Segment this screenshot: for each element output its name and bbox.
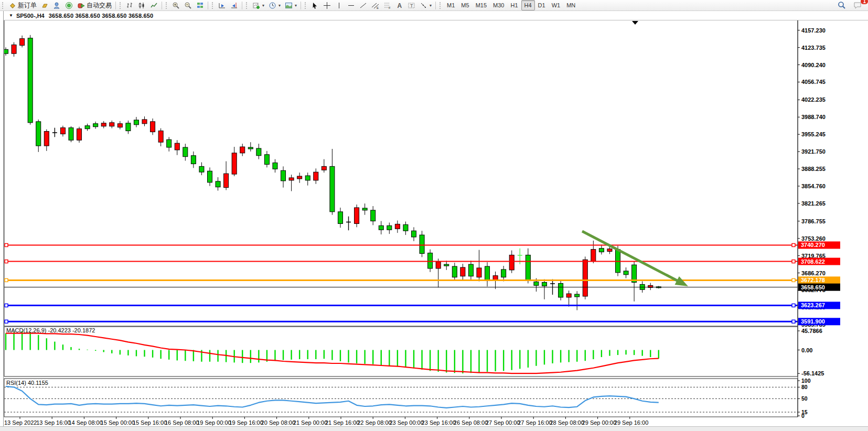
toolbar-grip — [305, 2, 307, 9]
timeframe-button-d1[interactable]: D1 — [535, 0, 549, 10]
time-label[interactable]: 13 Sep 16:00 — [36, 419, 70, 426]
zoom-in-button[interactable] — [170, 0, 182, 10]
collapse-ohlc-icon[interactable]: ▼ — [9, 13, 13, 18]
candle-body — [36, 122, 41, 146]
market-watch-icon-button[interactable] — [39, 0, 51, 10]
chevron-down-icon[interactable]: ▾ — [430, 3, 432, 8]
time-label[interactable]: 19 Sep 16:00 — [229, 419, 263, 426]
level-handle-right[interactable] — [792, 243, 795, 246]
line-chart-button[interactable] — [148, 0, 160, 10]
fibo-icon: F — [383, 2, 391, 9]
crosshair-button[interactable] — [321, 0, 333, 10]
timeframe-button-w1[interactable]: W1 — [549, 0, 564, 10]
candle-body — [575, 294, 580, 297]
level-handle-left[interactable] — [5, 243, 8, 246]
level-handle-right[interactable] — [792, 304, 795, 307]
rsi-tick-label: 80 — [801, 384, 808, 390]
time-label[interactable]: 26 Sep 08:00 — [454, 419, 488, 426]
time-label[interactable]: 15 Sep 00:00 — [101, 419, 135, 426]
timeframe-button-m5[interactable]: M5 — [458, 0, 472, 10]
chevron-down-icon[interactable]: ▾ — [295, 3, 297, 8]
level-handle-right[interactable] — [792, 278, 795, 282]
time-label[interactable]: 28 Sep 08:00 — [550, 419, 584, 426]
auto-scroll-button[interactable] — [216, 0, 228, 10]
trendline-button[interactable] — [357, 0, 369, 10]
tile-windows-button[interactable] — [194, 0, 206, 10]
signals-icon-button[interactable] — [63, 0, 75, 10]
chart-shift-button[interactable] — [228, 0, 240, 10]
timeframe-button-m15[interactable]: M15 — [473, 0, 490, 10]
label-button[interactable]: T — [405, 0, 417, 10]
chart-symbol-period: SP500-,H4 — [16, 13, 45, 19]
toolbar-separator — [162, 2, 162, 9]
price-label-3623.267: 3623.267 — [801, 302, 825, 308]
time-label[interactable]: 21 Sep 16:00 — [325, 419, 359, 426]
candle-body — [208, 171, 212, 182]
autotrade-button[interactable]: 自动交易 — [75, 0, 114, 10]
time-label[interactable]: 23 Sep 16:00 — [422, 419, 456, 426]
candle-body — [158, 131, 163, 143]
macd-tick-label: 0.00 — [801, 347, 812, 353]
time-label[interactable]: 15 Sep 16:00 — [133, 419, 167, 426]
candle-body — [403, 224, 408, 231]
search-button[interactable] — [835, 0, 848, 10]
level-handle-right[interactable] — [792, 260, 795, 263]
level-handle-left[interactable] — [5, 304, 8, 307]
rsi-tick-label: 50 — [801, 395, 808, 402]
time-label[interactable]: 20 Sep 08:00 — [261, 419, 295, 426]
price-tick-label: 3888.255 — [801, 166, 826, 172]
time-label[interactable]: 21 Sep 00:00 — [293, 419, 327, 426]
candle-body — [444, 264, 449, 266]
level-handle-right[interactable] — [792, 320, 795, 323]
vertical-line-button[interactable] — [333, 0, 345, 10]
autoscroll-icon — [218, 2, 226, 9]
bar-chart-button[interactable] — [124, 0, 136, 10]
time-label[interactable]: 14 Sep 08:00 — [68, 419, 102, 426]
main-toolbar: 新订单自动交易▾▾▾EFAT▾M1M5M15M30H1H4D1W1MN1 — [0, 0, 868, 11]
rsi-tick-label: 0 — [801, 413, 805, 419]
timeframe-button-h4[interactable]: H4 — [521, 0, 535, 10]
text-button[interactable]: A — [393, 0, 405, 10]
time-label[interactable]: 23 Sep 00:00 — [389, 419, 423, 426]
candle-body — [624, 271, 628, 275]
arrows-icon — [420, 2, 427, 9]
time-label[interactable]: 16 Sep 08:00 — [165, 419, 199, 426]
candle-body — [412, 231, 416, 237]
notifications-button[interactable]: 1 — [851, 0, 865, 10]
horizontal-line-button[interactable] — [345, 0, 357, 10]
toolbar-grip — [120, 2, 122, 9]
timeframe-button-m30[interactable]: M30 — [490, 0, 507, 10]
time-label[interactable]: 27 Sep 00:00 — [486, 419, 520, 426]
zoom-out-button[interactable] — [182, 0, 194, 10]
timeframe-button-mn[interactable]: MN — [563, 0, 578, 10]
time-label[interactable]: 13 Sep 2022 — [4, 419, 37, 426]
level-handle-left[interactable] — [5, 320, 8, 323]
chart-canvas[interactable]: 4157.2304123.7354090.2404056.7454022.235… — [0, 0, 868, 431]
candle-body — [183, 147, 188, 157]
time-label[interactable]: 29 Sep 00:00 — [582, 419, 616, 426]
toolbox-icon-button[interactable] — [51, 0, 63, 10]
objects-button[interactable]: ▾ — [417, 0, 434, 10]
price-tick-label: 4090.240 — [801, 62, 826, 68]
time-label[interactable]: 22 Sep 08:00 — [357, 419, 391, 426]
toolbar-grip — [212, 2, 215, 9]
template-button[interactable]: ▾ — [283, 0, 299, 10]
cursor-button[interactable] — [309, 0, 321, 10]
candle-chart-button[interactable] — [136, 0, 148, 10]
level-handle-left[interactable] — [5, 260, 8, 263]
indicators-button[interactable]: ▾ — [250, 0, 266, 10]
time-label[interactable]: 27 Sep 16:00 — [518, 419, 552, 426]
time-label[interactable]: 19 Sep 00:00 — [197, 419, 231, 426]
level-handle-left[interactable] — [5, 278, 8, 282]
periods-button[interactable]: ▾ — [266, 0, 283, 10]
fibonacci-button[interactable]: F — [381, 0, 393, 10]
candle-body — [452, 266, 457, 277]
candle-body — [371, 210, 376, 221]
new-order-button[interactable]: 新订单 — [6, 0, 39, 10]
equidistant-channel-button[interactable]: E — [369, 0, 381, 10]
time-label[interactable]: 29 Sep 16:00 — [614, 419, 648, 426]
chevron-down-icon[interactable]: ▾ — [262, 3, 264, 8]
timeframe-button-h1[interactable]: H1 — [507, 0, 521, 10]
chevron-down-icon[interactable]: ▾ — [278, 3, 281, 8]
timeframe-button-m1[interactable]: M1 — [444, 0, 458, 10]
